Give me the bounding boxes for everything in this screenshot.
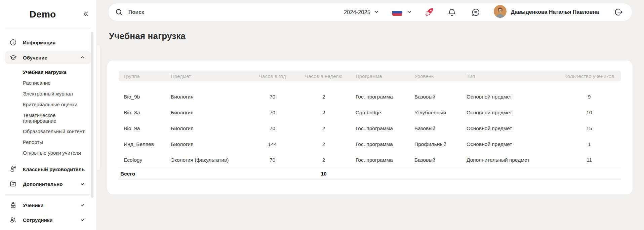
cell-hours-week: 2: [297, 94, 351, 100]
sidebar-item-staff[interactable]: Сотрудники: [0, 213, 96, 227]
chevron-down-icon: [80, 203, 85, 207]
cell-hours-year: 70: [248, 94, 297, 100]
cell-subject: Биология: [166, 110, 248, 116]
table-row: Bio_8a Биология 70 2 Cambridge Углубленн…: [119, 105, 621, 120]
cell-program: Гос. программа: [351, 125, 409, 131]
cell-type: Дополнительный предмет: [461, 157, 557, 163]
sidebar-item-information[interactable]: Информация: [0, 35, 96, 50]
column-header-hours-week: Часов в неделю: [297, 73, 351, 79]
cell-type: Основной предмет: [461, 94, 557, 100]
teaching-load-card: Группа Предмет Часов в год Часов в недел…: [107, 61, 633, 194]
messages-chat-icon[interactable]: [471, 8, 480, 17]
cell-program: Гос. программа: [351, 157, 409, 163]
chevron-down-icon: [407, 9, 412, 15]
sidebar-item-students[interactable]: Ученики: [0, 198, 96, 213]
chevron-down-icon: [374, 9, 379, 15]
submenu-item-schedule[interactable]: Расписание: [23, 78, 96, 88]
sidebar-item-additional[interactable]: Дополнительно: [0, 177, 96, 191]
people-icon: [9, 216, 17, 224]
chevron-up-icon: [80, 55, 85, 60]
cell-subject: Биология: [166, 125, 248, 131]
cell-student-count: 11: [557, 157, 621, 163]
cell-hours-week: 2: [297, 110, 351, 116]
language-selector[interactable]: [392, 9, 412, 16]
table-row: Ecology Экология (факультатив) 70 2 Гос.…: [119, 152, 621, 168]
school-year-selector[interactable]: 2024-2025: [344, 9, 379, 15]
table-row: Bio_9a Биология 70 2 Гос. программа Базо…: [119, 120, 621, 136]
cell-level: Базовый: [409, 157, 461, 163]
sidebar-item-label: Дополнительно: [23, 181, 63, 187]
cell-group: Bio_8a: [119, 110, 166, 116]
table-body: Bio_9b Биология 70 2 Гос. программа Базо…: [119, 89, 621, 168]
cell-student-count: 1: [557, 141, 621, 147]
cell-student-count: 10: [557, 110, 621, 116]
cell-subject: Биология: [166, 94, 248, 100]
collapse-sidebar-button[interactable]: [75, 11, 96, 18]
cell-group: Bio_9b: [119, 94, 166, 100]
column-header-hours-year: Часов в год: [248, 73, 297, 79]
sidebar-item-label: Сотрудники: [23, 217, 52, 223]
submenu-item-teaching-load[interactable]: Учебная нагрузка: [23, 67, 96, 78]
sidebar-scrollbar[interactable]: [91, 32, 93, 198]
cell-hours-year: 144: [248, 141, 297, 147]
column-header-subject: Предмет: [166, 73, 248, 79]
cell-type: Основной предмет: [461, 141, 557, 147]
sidebar-item-class-teacher[interactable]: Классный руководитель: [0, 162, 96, 177]
chevron-down-icon: [80, 218, 85, 222]
column-header-student-count: Количество учеников: [557, 73, 621, 79]
main-area: 2024-2025: [96, 0, 644, 230]
cell-type: Основной предмет: [461, 125, 557, 131]
submenu-item-edu-content[interactable]: Образовательный контент: [23, 126, 96, 137]
table-header-row: Группа Предмет Часов в год Часов в недел…: [119, 71, 621, 81]
sidebar-item-label: Классный руководитель: [23, 166, 85, 172]
topbar: 2024-2025: [109, 3, 632, 21]
cell-hours-week: 2: [297, 141, 351, 147]
cell-type: Основной предмет: [461, 110, 557, 116]
app-logo: Demo: [0, 9, 75, 20]
logout-icon[interactable]: [614, 7, 623, 17]
cell-student-count: 9: [557, 94, 621, 100]
search-icon: [115, 8, 123, 16]
search-input[interactable]: [128, 9, 344, 15]
sidebar: Demo Информация: [0, 0, 96, 230]
table-row: Bio_9b Биология 70 2 Гос. программа Базо…: [119, 89, 621, 105]
notifications-bell-icon[interactable]: [447, 8, 456, 17]
user-profile[interactable]: Давыденкова Наталья Павловна: [494, 5, 599, 19]
cell-group: Ecology: [119, 157, 166, 163]
main-scrollbar[interactable]: [97, 45, 100, 170]
cell-hours-year: 70: [248, 110, 297, 116]
user-name: Давыденкова Наталья Павловна: [511, 9, 599, 15]
school-year-value: 2024-2025: [344, 9, 370, 15]
rocket-icon[interactable]: [425, 7, 434, 17]
submenu-item-e-journal[interactable]: Электронный журнал: [23, 88, 96, 99]
submenu-item-criteria-grades[interactable]: Критериальные оценки: [23, 99, 96, 110]
column-header-type: Тип: [461, 73, 557, 79]
cell-group: Bio_9a: [119, 125, 166, 131]
cell-subject: Биология: [166, 141, 248, 147]
double-chevron-left-icon: [83, 11, 89, 18]
info-icon: [9, 39, 17, 46]
submenu-item-open-lessons[interactable]: Открытые уроки учителя: [23, 148, 96, 158]
cell-hours-year: 70: [248, 125, 297, 131]
cell-student-count: 15: [557, 125, 621, 131]
person-speaking-icon: [9, 165, 17, 173]
cell-program: Гос. программа: [351, 141, 409, 147]
cell-group: Инд_Беляев: [119, 141, 166, 147]
backpack-icon: [9, 201, 17, 209]
column-header-group: Группа: [119, 73, 166, 79]
sidebar-item-label: Ученики: [23, 202, 43, 208]
folder-plus-icon: [9, 180, 17, 188]
cell-subject: Экология (факультатив): [166, 157, 248, 163]
sidebar-nav: Информация Обучение Учебная нагрузка Рас…: [0, 29, 96, 227]
sidebar-item-education[interactable]: Обучение: [5, 51, 91, 64]
cell-level: Профильный: [409, 141, 461, 147]
table-total-row: Всего 10: [119, 168, 621, 180]
avatar: [494, 5, 507, 19]
cell-hours-year: 70: [248, 157, 297, 163]
cell-level: Базовый: [409, 125, 461, 131]
submenu-item-thematic-planning[interactable]: Тематическое планирование: [23, 110, 65, 126]
search-bar: [115, 8, 344, 16]
russian-flag-icon: [392, 9, 402, 16]
cell-level: Базовый: [409, 94, 461, 100]
submenu-item-reports[interactable]: Репорты: [23, 137, 96, 148]
